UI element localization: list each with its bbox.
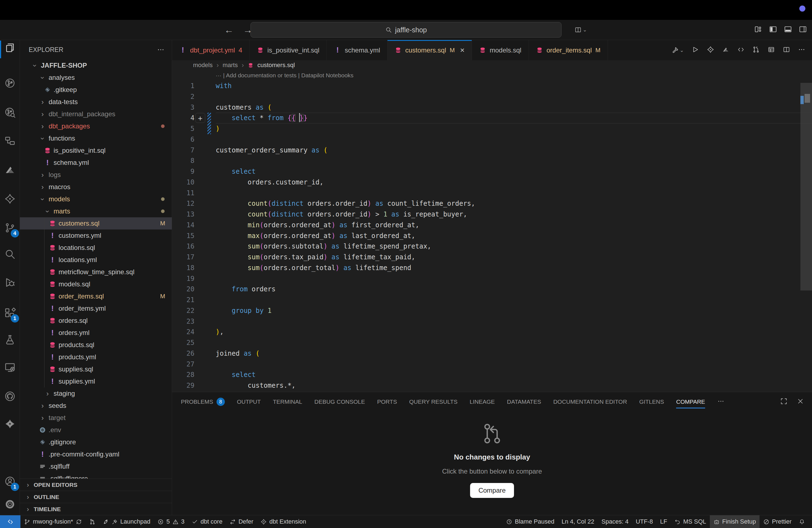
tab-customers.sql[interactable]: customers.sqlM× (388, 40, 472, 60)
tree-file-customers.sql[interactable]: customers.sqlM (20, 217, 172, 230)
status-compare-changes[interactable] (86, 515, 99, 528)
split-editor-button[interactable] (783, 46, 790, 54)
tree-folder-seeds[interactable]: ›seeds (20, 400, 172, 412)
panel-tab-documentation-editor[interactable]: DOCUMENTATION EDITOR (553, 392, 627, 411)
tab-schema.yml[interactable]: !schema.yml (327, 40, 388, 60)
sidebar-section-timeline[interactable]: ›TIMELINE (20, 503, 172, 515)
status-dbt-extension[interactable]: dbt Extension (257, 515, 309, 528)
breadcrumb-item[interactable]: models (193, 62, 213, 69)
more-actions-button[interactable] (798, 46, 806, 54)
tree-folder-dbt-internal-packages[interactable]: ›dbt_internal_packages (20, 108, 172, 120)
code-line-17[interactable]: 17 sum(orders.tax_paid) as lifetime_tax_… (172, 252, 812, 263)
tree-folder-macros[interactable]: ›macros (20, 181, 172, 193)
code-line-23[interactable]: 23 (172, 316, 812, 327)
more-actions-icon[interactable] (157, 46, 164, 54)
activity-gitlens-inspect[interactable] (4, 107, 16, 119)
tree-folder-functions[interactable]: ›functions (20, 132, 172, 144)
code-line-13[interactable]: 13 count(distinct orders.order_id) > 1 a… (172, 209, 812, 220)
tree-file-metricflow-time-spine.sql[interactable]: metricflow_time_spine.sql (20, 266, 172, 278)
add-line-widget[interactable]: + (195, 113, 205, 123)
tree-folder-models[interactable]: ›models (20, 193, 172, 205)
code-line-24[interactable]: 24), (172, 327, 812, 337)
code-line-10[interactable]: 10 orders.customer_id, (172, 177, 812, 188)
command-center-search[interactable]: jaffle-shop (250, 22, 562, 38)
pull-request-button[interactable] (752, 46, 760, 54)
tree-file-supplies.yml[interactable]: !supplies.yml (20, 375, 172, 387)
code-line-1[interactable]: 1with (172, 80, 812, 91)
code-line-18[interactable]: 18 sum(orders.order_total) as lifetime_s… (172, 263, 812, 274)
code-line-19[interactable]: 19 (172, 274, 812, 284)
tab-order-items.sql[interactable]: order_items.sqlM (529, 40, 608, 60)
toggle-panel-button[interactable] (784, 25, 792, 34)
panel-tab-output[interactable]: OUTPUT (237, 392, 261, 411)
tree-file-.env[interactable]: .env (20, 424, 172, 436)
activity-source-control[interactable]: 4 (4, 222, 16, 235)
activity-datapilot[interactable] (4, 164, 16, 177)
activity-extensions[interactable]: 1 (4, 307, 16, 320)
panel-tab-ports[interactable]: PORTS (377, 392, 397, 411)
tree-folder-dbt-packages[interactable]: ›dbt_packages (20, 120, 172, 132)
panel-tab-datamates[interactable]: DATAMATES (507, 392, 541, 411)
panel-tab-query-results[interactable]: QUERY RESULTS (409, 392, 458, 411)
activity-dbt-alt[interactable] (4, 418, 16, 431)
activity-github[interactable] (4, 391, 16, 403)
toggle-primary-sidebar-button[interactable] (769, 25, 777, 34)
compile-code-button[interactable] (737, 46, 744, 54)
tree-file-.pre-commit-config.yaml[interactable]: !.pre-commit-config.yaml (20, 448, 172, 460)
status-defer[interactable]: Defer (226, 515, 257, 528)
tree-file-supplies.sql[interactable]: supplies.sql (20, 363, 172, 375)
status-language-mode[interactable]: MS SQL (671, 515, 710, 528)
panel-more-tabs[interactable] (717, 398, 724, 406)
breadcrumb-file[interactable]: customers.sql (257, 62, 295, 69)
tree-file-products.yml[interactable]: !products.yml (20, 351, 172, 363)
panel-tab-lineage[interactable]: LINEAGE (469, 392, 495, 411)
preview-data-button[interactable] (768, 46, 775, 54)
activity-lineage[interactable] (4, 135, 16, 148)
code-line-20[interactable]: 20 from orders (172, 284, 812, 295)
code-line-22[interactable]: 22 group by 1 (172, 305, 812, 316)
close-panel-button[interactable] (797, 397, 804, 407)
code-line-15[interactable]: 15 max(orders.ordered_at) as last_ordere… (172, 231, 812, 241)
codelens-actions[interactable]: ··· | Add documentation or tests | Datap… (172, 70, 812, 80)
tab-is-positive-int.sql[interactable]: is_positive_int.sql (250, 40, 327, 60)
tree-folder-marts[interactable]: ›marts (20, 205, 172, 217)
panel-tab-gitlens[interactable]: GITLENS (639, 392, 664, 411)
tree-folder-staging[interactable]: ›staging (20, 387, 172, 400)
activity-remote-explorer[interactable] (4, 362, 16, 374)
status-dbt-core[interactable]: dbt core (188, 515, 226, 528)
back-arrow-icon[interactable]: ← (224, 25, 234, 35)
tree-file-.gitignore[interactable]: .gitignore (20, 436, 172, 448)
status-eol[interactable]: LF (656, 515, 671, 528)
toggle-secondary-sidebar-button[interactable] (799, 25, 807, 34)
tree-file-locations.yml[interactable]: !locations.yml (20, 254, 172, 266)
code-line-3[interactable]: 3customers as ( (172, 102, 812, 113)
sidebar-section-outline[interactable]: ›OUTLINE (20, 491, 172, 503)
code-line-27[interactable]: 27 (172, 359, 812, 370)
tree-file-models.sql[interactable]: models.sql (20, 278, 172, 290)
dbt-action-button[interactable] (707, 46, 714, 54)
run-button[interactable] (692, 46, 699, 54)
tree-file-orders.yml[interactable]: !orders.yml (20, 327, 172, 339)
tree-folder-logs[interactable]: ›logs (20, 169, 172, 181)
tree-file-is-positive-int.sql[interactable]: is_positive_int.sql (20, 144, 172, 157)
activity-dbt-power-user[interactable] (4, 77, 16, 90)
tree-folder-data-tests[interactable]: ›data-tests (20, 96, 172, 108)
explorer-more-actions-icon[interactable] (157, 46, 164, 54)
code-line-2[interactable]: 2 (172, 91, 812, 102)
panel-tab-compare[interactable]: COMPARE (676, 392, 705, 411)
build-button[interactable]: ⌄ (671, 46, 684, 54)
status-cursor-position[interactable]: Ln 4, Col 22 (558, 515, 598, 528)
code-line-9[interactable]: 9 select (172, 166, 812, 177)
code-line-12[interactable]: 12 count(distinct orders.order_id) as co… (172, 198, 812, 209)
code-line-6[interactable]: 6 (172, 134, 812, 145)
compare-button[interactable]: Compare (470, 483, 514, 498)
tree-file-.sqlfluffignore[interactable]: .sqlfluffignore (20, 472, 172, 479)
status-problems-summary[interactable]: 53 (154, 515, 188, 528)
tree-file-order-items.yml[interactable]: !order_items.yml (20, 303, 172, 314)
status-remote-indicator[interactable] (0, 515, 20, 528)
code-line-16[interactable]: 16 sum(orders.subtotal) as lifetime_spen… (172, 241, 812, 252)
status-notifications[interactable] (795, 515, 809, 528)
code-line-25[interactable]: 25 (172, 337, 812, 348)
panel-tab-problems[interactable]: PROBLEMS8 (181, 392, 225, 411)
code-line-28[interactable]: 28 select (172, 369, 812, 380)
